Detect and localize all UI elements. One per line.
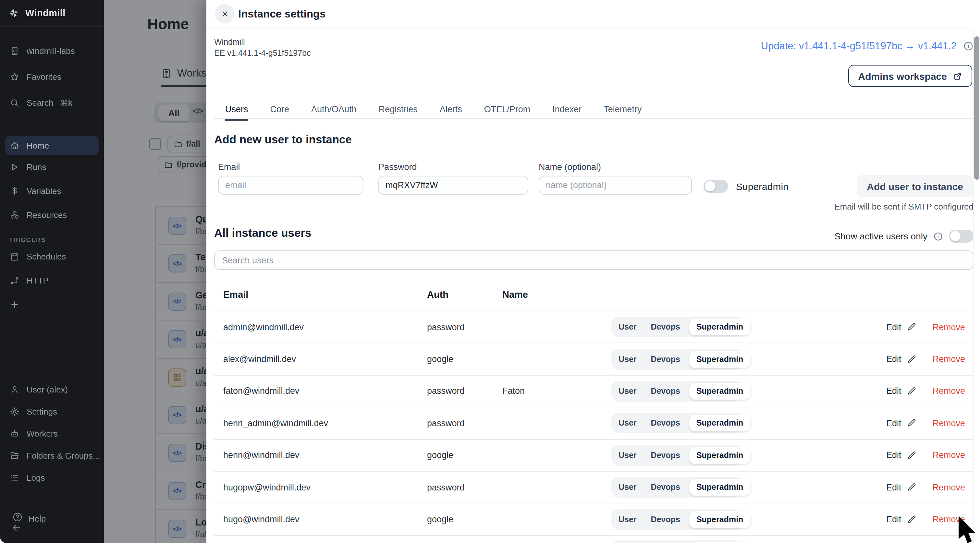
pencil-icon	[907, 419, 916, 428]
sidebar: Windmill windmill-labs Favorites Search …	[0, 0, 104, 543]
remove-button[interactable]: Remove	[932, 482, 965, 492]
scrollbar-thumb[interactable]	[974, 37, 979, 180]
app-logo[interactable]: Windmill	[0, 0, 104, 27]
tab-registries[interactable]: Registries	[379, 99, 418, 119]
building-icon	[10, 46, 19, 56]
sidebar-item-settings[interactable]: Settings	[0, 400, 104, 422]
sidebar-item-favorites[interactable]: Favorites	[0, 64, 104, 89]
table-row: hugopw@windmill.dev password UserDevopsS…	[214, 472, 974, 504]
tab-alerts[interactable]: Alerts	[440, 99, 462, 119]
modal-title: Instance settings	[238, 8, 326, 20]
tab-otel-prom[interactable]: OTEL/Prom	[484, 99, 531, 119]
role-user[interactable]: User	[611, 354, 644, 364]
edit-button[interactable]: Edit	[886, 418, 916, 428]
tab-indexer[interactable]: Indexer	[552, 99, 582, 119]
help-icon[interactable]	[12, 512, 23, 522]
sidebar-item-runs[interactable]: Runs	[0, 155, 104, 179]
role-superadmin[interactable]: Superadmin	[689, 383, 751, 400]
close-button[interactable]	[215, 4, 234, 23]
smtp-note: Email will be sent if SMTP configured	[834, 202, 974, 211]
superadmin-toggle[interactable]	[703, 180, 728, 193]
user-email: hugopw@windmill.dev	[223, 482, 427, 492]
role-segmented-control: UserDevopsSuperadmin	[611, 445, 742, 466]
role-devops[interactable]: Devops	[644, 483, 687, 492]
role-devops[interactable]: Devops	[644, 322, 687, 332]
sidebar-item-logs[interactable]: Logs	[0, 467, 104, 489]
pencil-icon	[907, 322, 916, 332]
search-users-input[interactable]	[214, 251, 974, 270]
edit-button[interactable]: Edit	[886, 354, 916, 364]
add-user-button[interactable]: Add user to instance	[856, 175, 974, 197]
edit-button[interactable]: Edit	[886, 386, 916, 396]
role-devops[interactable]: Devops	[644, 354, 687, 364]
sidebar-item-variables[interactable]: Variables	[0, 179, 104, 203]
tab-auth-oauth[interactable]: Auth/OAuth	[311, 99, 356, 119]
version-string: EE v1.441.1-4-g51f5197bc	[214, 48, 310, 59]
table-row: henri_admin@windmill.dev password UserDe…	[214, 407, 974, 440]
password-field[interactable]	[379, 176, 528, 195]
table-row: alex@windmill.dev google UserDevopsSuper…	[214, 343, 974, 376]
role-superadmin[interactable]: Superadmin	[689, 319, 751, 335]
remove-button[interactable]: Remove	[932, 418, 965, 428]
info-icon[interactable]	[963, 41, 974, 51]
role-user[interactable]: User	[611, 322, 644, 332]
name-field[interactable]	[539, 176, 692, 195]
sidebar-item-resources[interactable]: Resources	[0, 203, 104, 227]
role-superadmin[interactable]: Superadmin	[689, 479, 751, 495]
admins-workspace-button[interactable]: Admins workspace	[849, 65, 972, 87]
role-superadmin[interactable]: Superadmin	[689, 447, 751, 464]
remove-button[interactable]: Remove	[932, 322, 965, 332]
user-email: faton@windmill.dev	[223, 386, 427, 396]
role-user[interactable]: User	[611, 387, 644, 396]
superadmin-label: Superadmin	[736, 181, 789, 192]
sidebar-item-search[interactable]: Search ⌘k	[0, 89, 104, 116]
info-icon[interactable]	[933, 231, 943, 241]
pencil-icon	[907, 451, 916, 460]
role-devops[interactable]: Devops	[644, 515, 687, 524]
role-devops[interactable]: Devops	[644, 387, 687, 396]
sidebar-item-workspace[interactable]: windmill-labs	[0, 38, 104, 64]
edit-button[interactable]: Edit	[886, 451, 916, 460]
remove-button[interactable]: Remove	[932, 386, 965, 396]
version-info: Windmill EE v1.441.1-4-g51f5197bc	[214, 37, 310, 59]
role-devops[interactable]: Devops	[644, 451, 687, 460]
edit-button[interactable]: Edit	[886, 514, 916, 524]
sidebar-item-folders[interactable]: Folders & Groups...	[0, 445, 104, 467]
list-icon	[10, 473, 19, 482]
role-superadmin[interactable]: Superadmin	[689, 415, 751, 432]
update-link[interactable]: Update: v1.441.1-4-g51f5197bc → v1.441.2	[761, 40, 957, 52]
user-email: hugo@windmill.dev	[223, 514, 427, 524]
edit-button[interactable]: Edit	[886, 482, 916, 492]
tab-users[interactable]: Users	[225, 99, 248, 121]
mouse-cursor	[959, 516, 980, 543]
gear-icon	[10, 406, 19, 416]
modal-header: Instance settings	[206, 0, 980, 29]
role-devops[interactable]: Devops	[644, 419, 687, 428]
remove-button[interactable]: Remove	[932, 354, 965, 364]
role-superadmin[interactable]: Superadmin	[689, 351, 751, 368]
workspace-name: windmill-labs	[27, 46, 75, 56]
tab-telemetry[interactable]: Telemetry	[604, 99, 641, 119]
show-active-toggle[interactable]	[949, 230, 974, 243]
sidebar-item-http[interactable]: HTTP	[0, 268, 104, 292]
user-email: alex@windmill.dev	[223, 354, 427, 364]
role-user[interactable]: User	[611, 451, 644, 460]
sidebar-item-workers[interactable]: Workers	[0, 422, 104, 445]
sidebar-item-home[interactable]: Home	[5, 136, 99, 155]
tab-core[interactable]: Core	[270, 99, 290, 119]
role-superadmin[interactable]: Superadmin	[689, 511, 751, 528]
sidebar-item-add-trigger[interactable]	[0, 292, 104, 317]
sidebar-item-user[interactable]: User (alex)	[0, 378, 104, 400]
email-field[interactable]	[218, 176, 363, 195]
role-user[interactable]: User	[611, 419, 644, 428]
collapse-sidebar-icon[interactable]	[11, 522, 22, 533]
user-auth: password	[427, 386, 502, 396]
show-active-row: Show active users only	[835, 230, 974, 243]
remove-button[interactable]: Remove	[932, 451, 965, 460]
edit-button[interactable]: Edit	[886, 322, 916, 332]
modal-scrollbar[interactable]	[973, 29, 980, 543]
user-auth: google	[427, 451, 502, 460]
sidebar-item-schedules[interactable]: Schedules	[0, 245, 104, 268]
role-user[interactable]: User	[611, 483, 644, 492]
role-user[interactable]: User	[611, 515, 644, 524]
